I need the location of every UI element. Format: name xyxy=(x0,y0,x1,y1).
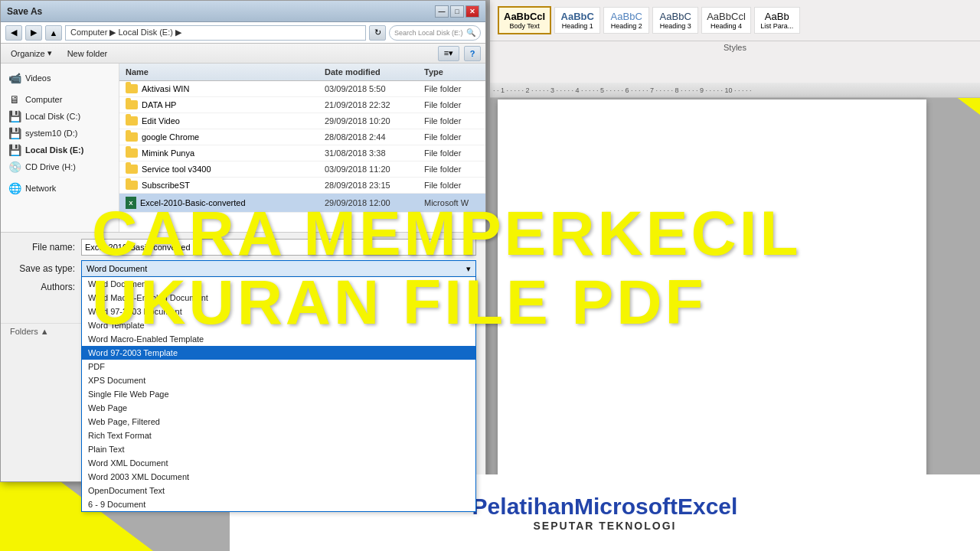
sidebar-item-system-d[interactable]: 💾 system10 (D:) xyxy=(1,125,119,142)
style-preview: AaBbCcl xyxy=(707,11,746,22)
file-name: google Chrome xyxy=(119,131,318,143)
sidebar-item-cd-h[interactable]: 💿 CD Drive (H:) xyxy=(1,158,119,175)
sidebar-item-local-c[interactable]: 💾 Local Disk (C:) xyxy=(1,108,119,125)
filename-row: File name: xyxy=(10,239,476,256)
titlebar-buttons: — □ ✕ xyxy=(435,5,479,18)
dropdown-item-word-macro[interactable]: Word Macro-Enabled Document xyxy=(82,291,475,305)
style-preview: AaBbC xyxy=(611,11,642,22)
style-list-para[interactable]: AaBb List Para... xyxy=(754,7,800,34)
table-row[interactable]: google Chrome 28/08/2018 2:44 File folde… xyxy=(119,129,485,145)
sidebar-item-network[interactable]: 🌐 Network xyxy=(1,180,119,197)
dialog-toolbar: Organize ▾ New folder ≡▾ ? xyxy=(1,44,485,64)
bottom-title: PelatihanMicrosoftExcel xyxy=(472,494,738,520)
dropdown-item-opendoc[interactable]: OpenDocument Text xyxy=(82,484,475,497)
disk-c-icon: 💾 xyxy=(8,110,21,122)
style-preview: AaBbC xyxy=(561,11,594,22)
organize-button[interactable]: Organize ▾ xyxy=(5,46,57,60)
style-heading4[interactable]: AaBbCcl Heading 4 xyxy=(701,7,751,34)
table-row[interactable]: Edit Video 29/09/2018 10:20 File folder xyxy=(119,113,485,129)
search-icon: 🔍 xyxy=(466,28,475,37)
savetype-selected-value[interactable]: Word Document ▾ xyxy=(81,260,476,277)
folder-icon xyxy=(126,181,138,190)
dropdown-item-word-97[interactable]: Word 97-2003 Document xyxy=(82,305,475,318)
table-row[interactable]: Aktivasi WIN 03/09/2018 5:50 File folder xyxy=(119,81,485,97)
column-date[interactable]: Date modified xyxy=(318,66,418,78)
dropdown-item-rtf[interactable]: Rich Text Format xyxy=(82,429,475,442)
dropdown-item-word-2003-xml[interactable]: Word 2003 XML Document xyxy=(82,470,475,484)
style-heading1[interactable]: AaBbC Heading 1 xyxy=(554,7,600,34)
table-row[interactable]: DATA HP 21/09/2018 22:32 File folder xyxy=(119,97,485,113)
forward-button[interactable]: ▶ xyxy=(25,25,42,41)
sidebar-item-videos[interactable]: 📹 Videos xyxy=(1,70,119,86)
network-icon: 🌐 xyxy=(8,182,21,194)
dropdown-item-plain-text[interactable]: Plain Text xyxy=(82,442,475,456)
file-type: File folder xyxy=(418,131,485,143)
dropdown-chevron-icon: ▾ xyxy=(466,264,471,274)
save-as-dialog: Save As — □ ✕ ◀ ▶ ▲ Computer ▶ Local Dis… xyxy=(0,0,486,482)
file-name: SubscribeST xyxy=(119,179,318,191)
dialog-titlebar: Save As — □ ✕ xyxy=(1,1,485,22)
table-row[interactable]: X Excel-2010-Basic-converted 29/09/2018 … xyxy=(119,194,485,213)
help-button[interactable]: ? xyxy=(464,46,481,61)
file-type: File folder xyxy=(418,147,485,159)
sidebar-item-computer[interactable]: 🖥 Computer xyxy=(1,91,119,108)
view-options-button[interactable]: ≡▾ xyxy=(438,46,459,61)
disk-e-icon: 💾 xyxy=(8,144,21,156)
excel-icon: X xyxy=(126,197,136,209)
dropdown-item-word-template[interactable]: Word Template xyxy=(82,318,475,332)
style-label: Heading 3 xyxy=(660,22,691,30)
maximize-button[interactable]: □ xyxy=(450,5,464,18)
table-row[interactable]: SubscribeST 28/09/2018 23:15 File folder xyxy=(119,178,485,194)
minimize-button[interactable]: — xyxy=(435,5,449,18)
ribbon-styles-group: AaBbCcl Body Text AaBbC Heading 1 AaBbC … xyxy=(490,0,980,41)
dropdown-item-pdf[interactable]: PDF xyxy=(82,360,475,373)
up-button[interactable]: ▲ xyxy=(45,25,62,41)
new-folder-button[interactable]: New folder xyxy=(62,47,113,60)
address-path[interactable]: Computer ▶ Local Disk (E:) ▶ xyxy=(65,25,366,41)
dropdown-item-word-97-template[interactable]: Word 97-2003 Template xyxy=(82,346,475,360)
table-row[interactable]: Mimink Punya 31/08/2018 3:38 File folder xyxy=(119,145,485,161)
dropdown-item-web-page[interactable]: Web Page xyxy=(82,401,475,415)
file-name: Service tool v3400 xyxy=(119,163,318,175)
style-preview: AaBbCcl xyxy=(504,11,545,22)
folder-icon xyxy=(126,84,138,93)
sidebar-label-computer: Computer xyxy=(25,95,62,104)
savetype-row: Save as type: Word Document ▾ Word Docum… xyxy=(10,260,476,277)
column-type[interactable]: Type xyxy=(418,66,485,78)
file-type: File folder xyxy=(418,83,485,95)
address-path-text: Computer ▶ Local Disk (E:) ▶ xyxy=(70,28,181,37)
savetype-dropdown-list[interactable]: Word Document Word Macro-Enabled Documen… xyxy=(81,277,476,512)
sidebar-label-local-e: Local Disk (E:) xyxy=(25,145,83,155)
filename-input[interactable] xyxy=(81,239,476,256)
filename-label: File name: xyxy=(10,242,75,253)
dropdown-item-web-filtered[interactable]: Web Page, Filtered xyxy=(82,415,475,429)
dropdown-item-word-xml[interactable]: Word XML Document xyxy=(82,456,475,470)
savetype-value-text: Word Document xyxy=(87,264,147,273)
refresh-button[interactable]: ↻ xyxy=(369,25,386,41)
dropdown-item-single-web[interactable]: Single File Web Page xyxy=(82,387,475,401)
file-list-area[interactable]: Name Date modified Type Aktivasi WIN 03/… xyxy=(119,64,485,232)
style-label: Heading 2 xyxy=(611,22,642,30)
dropdown-item-6-9[interactable]: 6 - 9 Document xyxy=(82,497,475,511)
word-ribbon: AaBbCcl Body Text AaBbC Heading 1 AaBbC … xyxy=(490,0,980,92)
sidebar-item-local-e[interactable]: 💾 Local Disk (E:) xyxy=(1,142,119,158)
savetype-dropdown[interactable]: Word Document ▾ Word Document Word Macro… xyxy=(81,260,476,277)
file-type: File folder xyxy=(418,163,485,175)
dropdown-item-xps[interactable]: XPS Document xyxy=(82,373,475,387)
search-box[interactable]: Search Local Disk (E:) 🔍 xyxy=(389,25,481,41)
dropdown-item-word-doc[interactable]: Word Document xyxy=(82,277,475,291)
dropdown-item-word-macro-template[interactable]: Word Macro-Enabled Template xyxy=(82,332,475,346)
file-date: 31/08/2018 3:38 xyxy=(318,147,418,159)
column-name[interactable]: Name xyxy=(119,66,318,78)
style-body-text[interactable]: AaBbCcl Body Text xyxy=(498,6,551,34)
table-row[interactable]: Service tool v3400 03/09/2018 11:20 File… xyxy=(119,161,485,178)
search-placeholder: Search Local Disk (E:) xyxy=(394,29,463,37)
close-button[interactable]: ✕ xyxy=(466,5,479,18)
back-button[interactable]: ◀ xyxy=(5,25,22,41)
file-type: File folder xyxy=(418,99,485,111)
file-date: 29/09/2018 12:00 xyxy=(318,197,418,209)
style-heading3[interactable]: AaBbC Heading 3 xyxy=(652,7,698,34)
style-heading2[interactable]: AaBbC Heading 2 xyxy=(603,7,649,34)
file-list-header: Name Date modified Type xyxy=(119,64,485,81)
style-preview: AaBb xyxy=(765,11,789,22)
